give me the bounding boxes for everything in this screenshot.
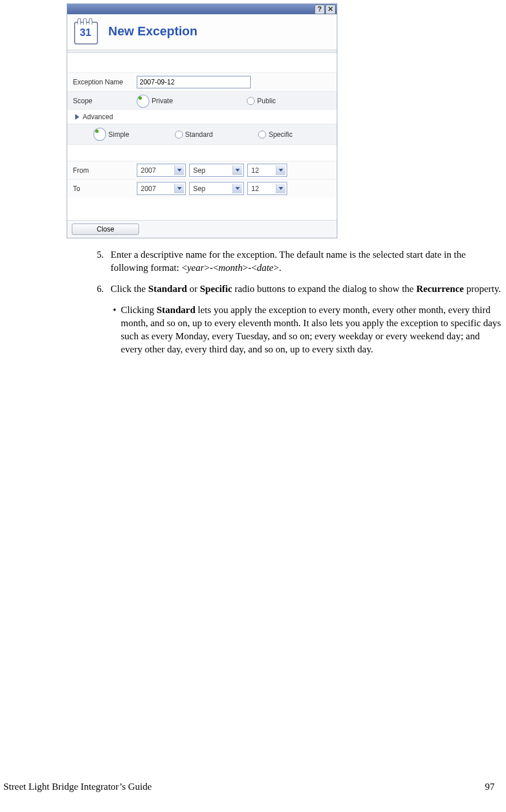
from-day-select[interactable]: 12	[247, 164, 287, 177]
mode-standard-label: Standard	[185, 130, 213, 139]
scope-private-radio[interactable]: Private	[137, 95, 173, 108]
chevron-down-icon	[174, 184, 184, 193]
scope-label: Scope	[73, 96, 137, 105]
scope-public-radio[interactable]: Public	[247, 95, 276, 108]
radio-icon	[175, 131, 183, 139]
page-footer: Street Light Bridge Integrator’s Guide 9…	[3, 781, 495, 794]
text: Clicking	[121, 304, 157, 315]
to-day-value: 12	[251, 184, 259, 193]
step-5-number: 5.	[85, 249, 111, 275]
close-button[interactable]: Close	[72, 224, 139, 235]
radio-selected-icon	[93, 128, 106, 141]
from-label: From	[73, 166, 137, 175]
scope-private-label: Private	[152, 96, 173, 105]
calendar-icon-day: 31	[73, 27, 98, 39]
mode-simple-radio[interactable]: Simple	[93, 128, 129, 141]
from-year-select[interactable]: 2007	[137, 164, 186, 177]
chevron-down-icon	[232, 165, 242, 175]
to-label: To	[73, 184, 137, 193]
to-year-value: 2007	[141, 184, 156, 193]
chevron-down-icon	[232, 184, 242, 193]
expand-icon	[75, 114, 79, 120]
radio-icon	[258, 131, 266, 139]
new-exception-dialog: ? ✕ 31 New Exception Exception Name Scop…	[67, 3, 337, 238]
bold-recurrence: Recurrence	[416, 283, 464, 294]
text: property.	[464, 283, 501, 294]
dialog-title: New Exception	[108, 23, 197, 40]
step-5-text: Enter a descriptive name for the excepti…	[111, 249, 503, 275]
bold-specific: Specific	[200, 283, 232, 294]
chevron-down-icon	[276, 165, 285, 175]
dialog-footer: Close	[67, 220, 337, 238]
step-6-text: Click the Standard or Specific radio but…	[111, 283, 503, 296]
bold-standard: Standard	[157, 304, 195, 315]
bold-standard: Standard	[148, 283, 187, 294]
to-year-select[interactable]: 2007	[137, 182, 186, 195]
to-month-value: Sep	[193, 184, 205, 193]
radio-selected-icon	[137, 95, 149, 108]
text: Enter a descriptive name for the excepti…	[111, 249, 466, 273]
text: >.	[274, 262, 281, 273]
to-row: To 2007 Sep 12	[67, 179, 337, 197]
text: Click the	[111, 283, 148, 294]
text: or	[187, 283, 200, 294]
from-month-value: Sep	[193, 166, 205, 175]
document-body: 5. Enter a descriptive name for the exce…	[85, 249, 503, 356]
dialog-header: 31 New Exception	[67, 14, 337, 50]
advanced-toggle[interactable]: Advanced	[67, 110, 337, 124]
footer-title: Street Light Bridge Integrator’s Guide	[3, 781, 152, 794]
mode-specific-label: Specific	[268, 130, 292, 139]
chevron-down-icon	[276, 184, 285, 193]
dialog-titlebar: ? ✕	[67, 4, 337, 14]
format-month: month	[218, 262, 243, 273]
step-6-number: 6.	[85, 283, 111, 296]
mode-specific-radio[interactable]: Specific	[258, 128, 292, 141]
text: >-<	[204, 262, 218, 273]
to-day-select[interactable]: 12	[247, 182, 287, 195]
page-number: 97	[485, 781, 495, 794]
to-month-select[interactable]: Sep	[189, 182, 244, 195]
from-month-select[interactable]: Sep	[189, 164, 244, 177]
scope-public-label: Public	[257, 96, 276, 105]
from-row: From 2007 Sep 12	[67, 161, 337, 179]
radio-icon	[247, 97, 255, 105]
bullet-icon: •	[108, 304, 121, 356]
help-button[interactable]: ?	[315, 5, 325, 14]
text: >-<	[243, 262, 257, 273]
mode-simple-label: Simple	[108, 130, 129, 139]
close-icon[interactable]: ✕	[325, 5, 336, 14]
mode-standard-radio[interactable]: Standard	[175, 128, 213, 141]
mode-row: Simple Standard Specific	[67, 124, 337, 145]
bullet-standard-text: Clicking Standard lets you apply the exc…	[121, 304, 503, 356]
exception-name-row: Exception Name	[67, 72, 337, 91]
chevron-down-icon	[174, 165, 184, 175]
format-year: year	[187, 262, 204, 273]
advanced-label: Advanced	[83, 112, 113, 121]
from-year-value: 2007	[141, 166, 156, 175]
format-date: date	[257, 262, 274, 273]
text: radio buttons to expand the dialog to sh…	[232, 283, 416, 294]
exception-name-input[interactable]	[137, 76, 251, 88]
scope-row: Scope Private Public	[67, 91, 337, 110]
exception-name-label: Exception Name	[73, 78, 137, 87]
from-day-value: 12	[251, 166, 259, 175]
calendar-icon: 31	[73, 19, 98, 44]
